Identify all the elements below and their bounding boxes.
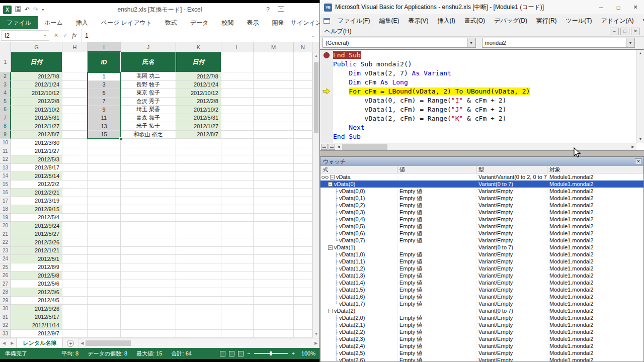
cell-G16[interactable]: 2012/2/21 <box>11 189 62 197</box>
cell-I18[interactable] <box>88 205 121 214</box>
maximize-icon[interactable]: □ <box>610 0 627 15</box>
cell-N9[interactable] <box>294 131 312 139</box>
cell-N24[interactable] <box>294 255 312 263</box>
cell-H9[interactable] <box>62 131 88 139</box>
sheet-nav-right-icon[interactable]: ▶ <box>8 341 16 345</box>
cell-G5[interactable]: 2012/2/8 <box>11 98 62 106</box>
cell-N31[interactable] <box>294 313 312 322</box>
row-header-24[interactable]: 24 <box>0 255 11 263</box>
cell-H2[interactable] <box>62 72 88 81</box>
cell-L24[interactable] <box>221 255 254 263</box>
cell-I22[interactable] <box>88 238 121 247</box>
procedure-dropdown[interactable]: mondai2 ▼ <box>482 38 635 48</box>
row-header-14[interactable]: 14 <box>0 172 11 180</box>
cell-K12[interactable] <box>176 155 221 164</box>
cell-I13[interactable] <box>88 164 121 172</box>
watch-row[interactable]: −vData(2)Variant(0 to 7)Module1.mondai2 <box>320 307 643 314</box>
row-header-17[interactable]: 17 <box>0 197 11 206</box>
cell-N8[interactable] <box>294 122 312 131</box>
cell-M8[interactable] <box>254 122 294 131</box>
cell-K32[interactable] <box>176 321 221 330</box>
cell-N19[interactable] <box>294 214 312 222</box>
scroll-left-icon[interactable]: ◀ <box>78 341 86 345</box>
customize-quick-access-icon[interactable]: ▾ <box>42 8 44 12</box>
cell-I9[interactable]: 15 <box>88 131 121 139</box>
excel-app-icon[interactable]: X <box>3 6 12 14</box>
procedure-dropdown-icon[interactable]: ▼ <box>626 38 634 47</box>
cell-I20[interactable] <box>88 222 121 230</box>
cell-K14[interactable] <box>176 172 221 180</box>
cell-N18[interactable] <box>294 205 312 214</box>
row-header-20[interactable]: 20 <box>0 222 11 230</box>
column-header-I[interactable]: I <box>88 42 121 52</box>
cell-I1[interactable]: ID <box>88 52 121 72</box>
cell-I19[interactable] <box>88 214 121 222</box>
cell-N10[interactable] <box>294 139 312 147</box>
cell-M28[interactable] <box>254 288 294 297</box>
cell-M16[interactable] <box>254 189 294 197</box>
cell-L2[interactable] <box>221 72 254 81</box>
cell-K10[interactable] <box>176 139 221 147</box>
cell-L4[interactable] <box>221 89 254 98</box>
tree-collapse-icon[interactable]: − <box>328 309 333 313</box>
watch-column-type[interactable]: 型 <box>476 166 547 173</box>
cell-M20[interactable] <box>254 222 294 230</box>
cell-L11[interactable] <box>221 147 254 156</box>
cell-L20[interactable] <box>221 222 254 230</box>
cell-K30[interactable] <box>176 305 221 313</box>
cell-M24[interactable] <box>254 255 294 263</box>
cell-G14[interactable]: 2012/5/14 <box>11 172 62 180</box>
cell-L19[interactable] <box>221 214 254 222</box>
watch-row[interactable]: −vDataVariant/Variant(0 to 2, 0 to 7)Mod… <box>320 173 643 180</box>
cell-M32[interactable] <box>254 321 294 330</box>
cell-K28[interactable] <box>176 288 221 297</box>
cell-K18[interactable] <box>176 205 221 214</box>
cell-G24[interactable]: 2012/5/1 <box>11 255 62 263</box>
scroll-right-icon[interactable]: ▶ <box>629 145 636 149</box>
cell-K4[interactable]: 2012/10/12 <box>176 89 221 98</box>
ribbon-tab-review[interactable]: 校閲 <box>215 16 240 29</box>
cell-J27[interactable] <box>121 280 176 289</box>
code-line-9[interactable]: Next <box>333 123 636 132</box>
column-header-J[interactable]: J <box>121 42 176 52</box>
cell-H24[interactable] <box>62 255 88 263</box>
menu-item-5[interactable]: 書式(O) <box>460 17 490 25</box>
close-icon[interactable]: ✕ <box>627 0 644 15</box>
cell-M14[interactable] <box>254 172 294 180</box>
view-normal-icon[interactable] <box>220 351 225 356</box>
column-header-L[interactable]: L <box>221 42 254 52</box>
ribbon-tab-home[interactable]: ホーム <box>38 16 69 29</box>
menu-item-help[interactable]: ヘルプ(H) <box>320 27 356 36</box>
add-sheet-icon[interactable]: + <box>67 340 74 347</box>
cell-L8[interactable] <box>221 122 254 131</box>
cell-M22[interactable] <box>254 238 294 247</box>
cell-N6[interactable] <box>294 106 312 114</box>
watch-row[interactable]: ├vData(2,4)Empty 値Variant/EmptyModule1.m… <box>320 342 643 349</box>
cell-J32[interactable] <box>121 321 176 330</box>
cell-N32[interactable] <box>294 321 312 330</box>
cell-N17[interactable] <box>294 197 312 206</box>
watch-column-value[interactable]: 値 <box>397 166 476 173</box>
watch-row[interactable]: ├vData(2,1)Empty 値Variant/EmptyModule1.m… <box>320 321 643 328</box>
cell-J14[interactable] <box>121 172 176 180</box>
cell-I31[interactable] <box>88 313 121 322</box>
code-line-5[interactable]: For cFm = LBound(vData, 2) To UBound(vDa… <box>333 87 636 96</box>
cell-G25[interactable]: 2012/8/9 <box>11 263 62 272</box>
view-page-layout-icon[interactable] <box>229 351 234 356</box>
row-header-3[interactable]: 3 <box>0 81 11 89</box>
cell-I2[interactable]: 1 <box>88 72 121 81</box>
cell-N26[interactable] <box>294 272 312 280</box>
cell-G8[interactable]: 2012/1/27 <box>11 122 62 131</box>
name-box-dropdown-icon[interactable]: ▼ <box>41 34 49 37</box>
column-header-G[interactable]: G <box>11 42 62 52</box>
cell-K1[interactable]: 日付 <box>176 52 221 72</box>
cell-G7[interactable]: 2012/5/31 <box>11 114 62 123</box>
watch-close-icon[interactable]: ✕ <box>635 158 642 165</box>
cell-N12[interactable] <box>294 155 312 164</box>
formula-input[interactable]: 1 <box>82 29 311 42</box>
cell-G32[interactable]: 2012/11/14 <box>11 321 62 330</box>
redo-icon[interactable]: ↷ <box>33 7 38 13</box>
cell-J21[interactable] <box>121 230 176 239</box>
cell-H20[interactable] <box>62 222 88 230</box>
object-dropdown-icon[interactable]: ▼ <box>467 38 475 47</box>
